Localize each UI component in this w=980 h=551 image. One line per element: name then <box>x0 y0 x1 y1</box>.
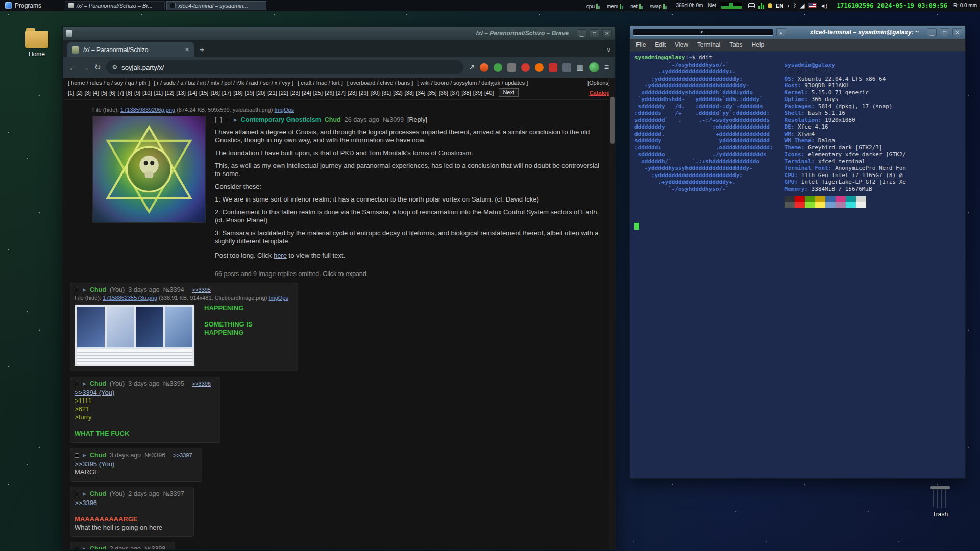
scrollbar-thumb[interactable] <box>610 97 615 144</box>
close-button[interactable]: ✕ <box>952 28 962 36</box>
post-backlink[interactable]: >>3397 <box>173 452 192 458</box>
menu-file[interactable]: File <box>636 41 646 48</box>
system-monitor[interactable]: net <box>630 2 643 9</box>
page-link[interactable]: [3] <box>84 90 90 96</box>
page-link[interactable]: [29] <box>359 90 368 96</box>
extension-video-icon[interactable] <box>549 63 557 72</box>
tab-search-icon[interactable]: ∨ <box>606 46 611 54</box>
page-link[interactable]: [39] <box>473 90 482 96</box>
system-monitor[interactable]: cpu <box>586 2 600 9</box>
minimize-button[interactable]: ▁ <box>577 29 586 37</box>
imgops-link[interactable]: ImgOps <box>268 295 288 301</box>
extension-archive-icon[interactable] <box>507 63 516 72</box>
address-bar[interactable]: ⚙ soyjak.party/x/ <box>106 60 463 74</box>
system-monitor[interactable]: swap <box>650 2 667 9</box>
page-link[interactable]: [14] <box>188 90 197 96</box>
applications-menu[interactable]: Programs <box>3 2 43 9</box>
menu-tabs[interactable]: Tabs <box>729 41 742 48</box>
bluetooth-icon[interactable]: ᛒ <box>793 3 796 9</box>
shade-button[interactable]: ▴ <box>776 28 786 36</box>
panel-clock[interactable]: 1716102596 2024-05-19 03:09:56 <box>837 2 947 9</box>
browser-menu-icon[interactable]: ≡ <box>604 63 609 72</box>
page-link[interactable]: [37] <box>450 90 459 96</box>
reply-link[interactable]: [Reply] <box>407 116 427 123</box>
file-name-link[interactable]: 1713859839206g.png <box>120 107 175 113</box>
reply-thumbnail[interactable] <box>75 304 195 366</box>
extension-globe-icon[interactable] <box>494 63 502 72</box>
menu-terminal[interactable]: Terminal <box>697 41 720 48</box>
post-expand-icon[interactable]: ▶ <box>83 453 86 458</box>
page-link[interactable]: [24] <box>302 90 311 96</box>
language-indicator[interactable]: EN <box>776 3 783 9</box>
post-number[interactable]: №3394 <box>163 286 184 293</box>
file-name-link[interactable]: 1715886235573u.png <box>103 295 157 301</box>
page-link[interactable]: [22] <box>279 90 288 96</box>
page-link[interactable]: [40] <box>484 90 494 96</box>
maximize-button[interactable]: □ <box>590 29 599 37</box>
post-expand-icon[interactable]: ▶ <box>234 117 237 122</box>
page-link[interactable]: [38] <box>461 90 471 96</box>
browser-titlebar[interactable]: /x/ – Paranormal/Schizo – Brave ▁ □ ✕ <box>63 27 615 40</box>
sidebar-icon[interactable]: ▥ <box>576 63 583 72</box>
page-link[interactable]: [20] <box>256 90 265 96</box>
page-link[interactable]: [6] <box>109 90 115 96</box>
page-link[interactable]: [11] <box>154 90 163 96</box>
board-links-group[interactable]: [ r / sude / a / biz / int / mtv / pol /… <box>154 80 293 86</box>
page-link[interactable]: [19] <box>245 90 254 96</box>
notifications-icon[interactable] <box>768 3 772 8</box>
chevron-right-icon[interactable]: › <box>787 3 789 9</box>
menu-help[interactable]: Help <box>752 41 765 48</box>
page-link[interactable]: [16] <box>210 90 219 96</box>
desktop-icon-home[interactable]: Home <box>15 31 58 58</box>
imgops-link[interactable]: ImgOps <box>275 107 295 113</box>
keyboard-layout-icon[interactable] <box>748 3 755 8</box>
profile-avatar[interactable] <box>589 62 599 72</box>
menu-edit[interactable]: Edit <box>655 41 666 48</box>
op-thumbnail[interactable] <box>92 116 206 223</box>
post-checkbox[interactable] <box>75 382 79 386</box>
post-checkbox[interactable] <box>75 547 79 550</box>
extensions-puzzle-icon[interactable] <box>562 63 571 72</box>
post-number[interactable]: №3397 <box>163 490 184 497</box>
menu-view[interactable]: View <box>675 41 688 48</box>
extension-vpn-icon[interactable] <box>535 63 544 72</box>
wifi-icon[interactable]: ◢ <box>800 3 804 9</box>
post-expand-icon[interactable]: ▶ <box>83 546 86 549</box>
full-text-link[interactable]: here <box>274 252 287 259</box>
activity-monitor-icon[interactable] <box>758 3 764 9</box>
post-expand-icon[interactable]: ▶ <box>83 491 86 496</box>
post-checkbox[interactable] <box>75 453 79 458</box>
page-link[interactable]: [17] <box>222 90 231 96</box>
page-link[interactable]: [7] <box>117 90 124 96</box>
post-line[interactable]: >>3394 (You) <box>75 389 211 397</box>
post-checkbox[interactable] <box>75 492 79 496</box>
terminal-titlebar[interactable]: >_ ▴ xfce4-terminal – sysadmin@galaxy: ~… <box>630 26 965 39</box>
page-link[interactable]: [26] <box>325 90 334 96</box>
page-link[interactable]: [23] <box>290 90 300 96</box>
post-number[interactable]: №3396 <box>144 452 165 459</box>
page-link[interactable]: [31] <box>382 90 391 96</box>
brave-shield-icon[interactable] <box>480 63 488 72</box>
page-link[interactable]: [36] <box>439 90 448 96</box>
minimize-button[interactable]: ▁ <box>927 28 937 36</box>
board-links-group[interactable]: [ wiki / booru / soysylum / dailyjak / u… <box>417 80 528 86</box>
page-link[interactable]: [1] <box>68 90 74 96</box>
page-link[interactable]: [21] <box>267 90 277 96</box>
post-expand-icon[interactable]: ▶ <box>83 287 86 292</box>
post-number[interactable]: №3395 <box>163 380 184 387</box>
page-link[interactable]: [27] <box>336 90 345 96</box>
page-link[interactable]: [9] <box>134 90 140 96</box>
options-link[interactable]: [Options] <box>587 80 610 86</box>
file-hide-link[interactable]: (hide): <box>85 295 101 301</box>
page-link[interactable]: [35] <box>427 90 436 96</box>
post-backlink[interactable]: >>3396 <box>192 381 211 387</box>
board-links-group[interactable]: [ craft / fnac / fort ] <box>298 80 343 86</box>
post-line[interactable]: >>3396 <box>75 499 184 507</box>
share-icon[interactable]: ↗ <box>469 63 475 72</box>
page-link[interactable]: [18] <box>233 90 242 96</box>
taskbar-button-browser[interactable]: /x/ – Paranormal/Schizo – Br... <box>65 1 165 10</box>
post-checkbox[interactable] <box>75 288 79 292</box>
page-link[interactable]: [32] <box>393 90 402 96</box>
system-monitor[interactable]: mem <box>607 2 623 9</box>
us-flag-icon[interactable] <box>808 3 817 8</box>
